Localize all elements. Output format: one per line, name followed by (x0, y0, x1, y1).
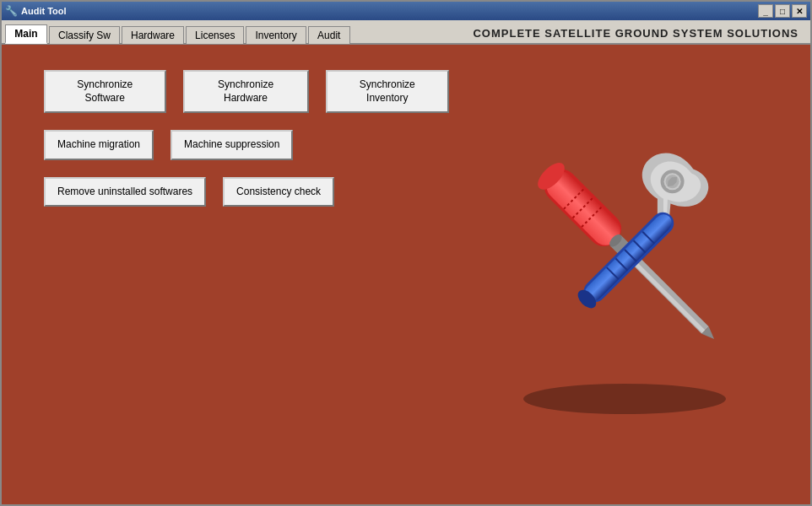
buttons-area: Synchronize Software Synchronize Hardwar… (44, 70, 449, 207)
tab-main[interactable]: Main (5, 24, 47, 44)
tab-audit[interactable]: Audit (308, 26, 350, 44)
machine-suppression-button[interactable]: Machine suppression (171, 130, 293, 160)
tab-licenses[interactable]: Licenses (186, 26, 244, 44)
window-controls: _ □ ✕ (758, 4, 807, 18)
button-row-2: Machine migration Machine suppression (44, 130, 449, 160)
button-row-1: Synchronize Software Synchronize Hardwar… (44, 70, 449, 113)
app-icon: 🔧 (5, 5, 18, 17)
brand-text: COMPLETE SATELLITE GROUND SYSTEM SOLUTIO… (464, 24, 807, 43)
tab-inventory[interactable]: Inventory (246, 26, 306, 44)
tab-hardware[interactable]: Hardware (122, 26, 184, 44)
sync-hardware-button[interactable]: Synchronize Hardware (183, 70, 309, 113)
svg-point-0 (523, 384, 726, 414)
tools-illustration (481, 95, 768, 416)
consistency-check-button[interactable]: Consistency check (223, 177, 334, 207)
machine-migration-button[interactable]: Machine migration (44, 130, 154, 160)
button-row-3: Remove uninstalled softwares Consistency… (44, 177, 449, 207)
main-content: Synchronize Software Synchronize Hardwar… (2, 45, 810, 504)
remove-uninstalled-button[interactable]: Remove uninstalled softwares (44, 177, 206, 207)
sync-software-button[interactable]: Synchronize Software (44, 70, 166, 113)
minimize-button[interactable]: _ (758, 4, 773, 18)
tab-bar: Main Classify Sw Hardware Licenses Inven… (2, 20, 810, 45)
title-bar: 🔧 Audit Tool _ □ ✕ (2, 2, 810, 20)
window-title: Audit Tool (21, 6, 67, 16)
sync-inventory-button[interactable]: Synchronize Inventory (326, 70, 449, 113)
tab-classify-sw[interactable]: Classify Sw (49, 26, 120, 44)
tools-svg (481, 95, 768, 416)
main-window: 🔧 Audit Tool _ □ ✕ Main Classify Sw Hard… (0, 0, 812, 506)
maximize-button[interactable]: □ (775, 4, 790, 18)
close-button[interactable]: ✕ (792, 4, 807, 18)
